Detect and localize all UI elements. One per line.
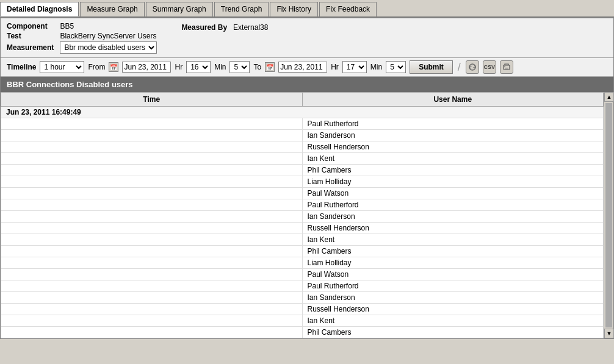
cell-time	[1, 165, 303, 176]
cell-username: Russell Henderson	[302, 304, 604, 315]
cell-username: Ian Sanderson	[302, 211, 604, 223]
cell-username: Liam Holliday	[302, 176, 604, 188]
table-row: Paul Watson	[1, 269, 604, 280]
measurement-dropdown[interactable]: Bbr mode disabled users	[60, 41, 157, 54]
cell-username: Russell Henderson	[302, 223, 604, 234]
tab-detailed-diagnosis[interactable]: Detailed Diagnosis	[0, 2, 79, 16]
table-row: Phil Cambers	[1, 327, 604, 338]
cell-username: Phil Cambers	[302, 327, 604, 338]
to-hr-select[interactable]: 17	[342, 61, 367, 73]
table-row: Phil Cambers	[1, 165, 604, 176]
cell-time	[1, 199, 303, 211]
tab-fix-history[interactable]: Fix History	[270, 2, 318, 16]
cell-time	[1, 280, 303, 292]
cell-username: Ian Kent	[302, 234, 604, 246]
refresh-icon[interactable]	[466, 60, 479, 74]
cell-time	[1, 292, 303, 304]
col-header-time: Time	[1, 93, 303, 107]
data-table: Time User Name Jun 23, 2011 16:49:49 Pau…	[1, 92, 604, 338]
table-row: Ian Sanderson	[1, 130, 604, 141]
from-min-select[interactable]: 5	[229, 61, 250, 73]
cell-username: Ian Sanderson	[302, 130, 604, 141]
cell-username: Ian Sanderson	[302, 292, 604, 304]
duration-select[interactable]: 1 hour 2 hours 4 hours 8 hours 24 hours	[40, 61, 84, 73]
cell-time	[1, 257, 303, 269]
cell-time	[1, 234, 303, 246]
tab-fix-feedback[interactable]: Fix Feedback	[319, 2, 377, 16]
table-row: Russell Henderson	[1, 223, 604, 234]
from-hr-label: Hr	[175, 63, 182, 71]
cell-time	[1, 141, 303, 153]
tab-trend-graph[interactable]: Trend Graph	[214, 2, 269, 16]
cell-time	[1, 211, 303, 223]
svg-point-2	[504, 66, 505, 68]
table-row: Ian Kent	[1, 234, 604, 246]
print-icon[interactable]	[500, 60, 513, 74]
scroll-up-button[interactable]: ▲	[604, 92, 614, 102]
table-row: Russell Henderson	[1, 141, 604, 153]
cell-username: Phil Cambers	[302, 165, 604, 176]
from-hr-select[interactable]: 16	[186, 61, 211, 73]
to-min-label: Min	[370, 63, 382, 71]
from-calendar-icon[interactable]: 📅	[109, 62, 118, 72]
measured-by-value: External38	[233, 23, 268, 32]
table-row: Paul Rutherford	[1, 118, 604, 130]
cell-username: Russell Henderson	[302, 141, 604, 153]
timeline-row: Timeline 1 hour 2 hours 4 hours 8 hours …	[1, 58, 613, 77]
table-row: Liam Holliday	[1, 257, 604, 269]
table-row: Paul Watson	[1, 188, 604, 199]
table-row: Ian Sanderson	[1, 211, 604, 223]
tab-bar: Detailed Diagnosis Measure Graph Summary…	[0, 0, 614, 18]
info-section: Component BB5 Test BlackBerry SyncServer…	[1, 18, 613, 58]
cell-time	[1, 269, 303, 280]
table-row: Paul Rutherford	[1, 280, 604, 292]
cell-time	[1, 304, 303, 315]
component-value: BB5	[60, 22, 157, 30]
test-label: Test	[7, 32, 54, 40]
scrollbar-thumb[interactable]	[605, 103, 612, 327]
date-group-row: Jun 23, 2011 16:49:49	[1, 107, 604, 118]
col-header-username: User Name	[302, 93, 604, 107]
scroll-down-button[interactable]: ▼	[604, 329, 614, 338]
measured-by-label: Measured By	[181, 23, 227, 32]
cell-time	[1, 246, 303, 257]
cell-time	[1, 130, 303, 141]
cell-time	[1, 315, 303, 327]
from-date-input[interactable]	[122, 62, 171, 73]
to-hr-label: Hr	[331, 63, 339, 71]
scrollbar[interactable]: ▲ ▼	[604, 92, 613, 338]
cell-time	[1, 176, 303, 188]
timeline-label: Timeline	[7, 63, 36, 71]
cell-username: Paul Watson	[302, 188, 604, 199]
cell-username: Phil Cambers	[302, 246, 604, 257]
cell-username: Paul Rutherford	[302, 280, 604, 292]
submit-button[interactable]: Submit	[410, 60, 453, 74]
tab-measure-graph[interactable]: Measure Graph	[80, 2, 144, 16]
date-group-value: Jun 23, 2011 16:49:49	[1, 107, 604, 118]
main-content: Component BB5 Test BlackBerry SyncServer…	[0, 18, 614, 339]
cell-time	[1, 118, 303, 130]
cell-username: Liam Holliday	[302, 257, 604, 269]
svg-rect-1	[505, 68, 508, 70]
cell-username: Ian Kent	[302, 153, 604, 165]
csv-icon[interactable]: CSV	[483, 60, 496, 74]
tab-summary-graph[interactable]: Summary Graph	[146, 2, 213, 16]
measurement-label: Measurement	[7, 43, 54, 52]
to-date-input[interactable]	[278, 62, 327, 73]
table-row: Paul Rutherford	[1, 199, 604, 211]
cell-time	[1, 327, 303, 338]
section-header: BBR Connections Disabled users	[1, 77, 613, 92]
test-value: BlackBerry SyncServer Users	[60, 32, 157, 40]
cell-username: Ian Kent	[302, 315, 604, 327]
from-label: From	[88, 63, 105, 71]
to-min-select[interactable]: 5	[386, 61, 406, 73]
from-min-label: Min	[214, 63, 226, 71]
table-row: Ian Kent	[1, 153, 604, 165]
cell-time	[1, 188, 303, 199]
cell-username: Paul Rutherford	[302, 199, 604, 211]
table-row: Liam Holliday	[1, 176, 604, 188]
to-calendar-icon[interactable]: 📅	[265, 62, 275, 72]
component-label: Component	[7, 22, 54, 30]
cell-time	[1, 223, 303, 234]
table-scroll-area[interactable]: Time User Name Jun 23, 2011 16:49:49 Pau…	[1, 92, 604, 338]
